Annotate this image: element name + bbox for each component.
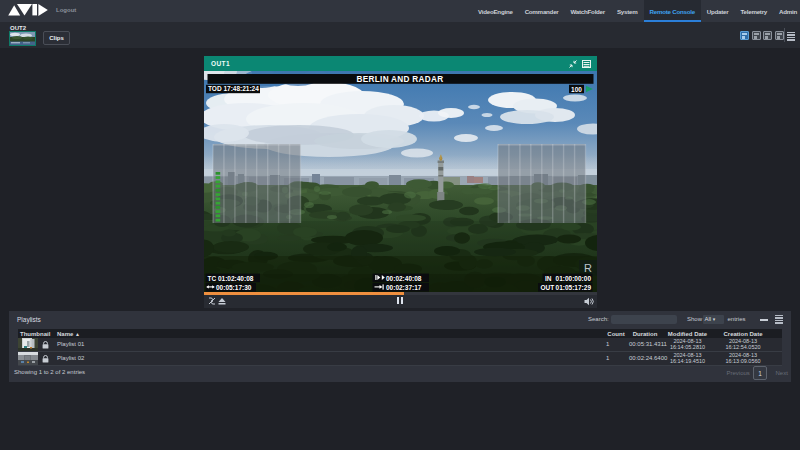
svg-text:00:05:17:30: 00:05:17:30 [216, 284, 252, 291]
svg-text:R: R [584, 262, 592, 274]
svg-text:00:02:37:17: 00:02:37:17 [386, 284, 422, 291]
svg-text:00:02:40:08: 00:02:40:08 [386, 275, 422, 282]
svg-text:IN: IN [545, 275, 552, 282]
svg-text:BERLIN AND RADAR: BERLIN AND RADAR [357, 75, 444, 84]
svg-text:01:05:17:29: 01:05:17:29 [556, 284, 592, 291]
svg-text:TOD 17:48:21:24: TOD 17:48:21:24 [208, 85, 259, 92]
svg-text:TC 01:02:40:08: TC 01:02:40:08 [208, 275, 254, 282]
svg-text:100: 100 [571, 86, 582, 93]
svg-text:OUT: OUT [541, 284, 555, 291]
svg-text:01:00:00:00: 01:00:00:00 [556, 275, 592, 282]
